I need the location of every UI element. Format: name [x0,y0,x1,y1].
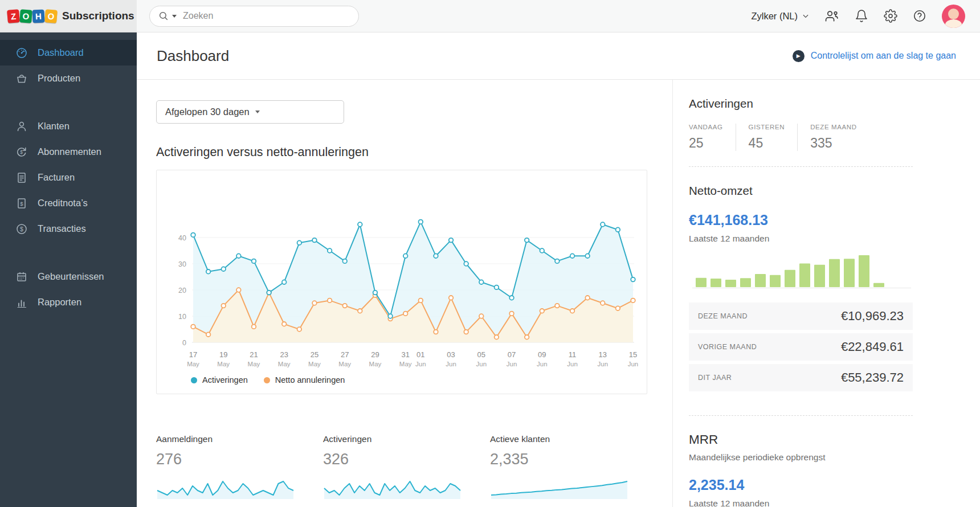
net-revenue-bar-chart[interactable] [689,251,914,289]
svg-text:23: 23 [280,350,288,359]
search-scope-caret-icon[interactable] [172,15,177,18]
transactions-icon: $ [15,223,28,235]
divider [689,415,913,416]
sidebar-group-gap [0,242,137,264]
sidebar-item-rapporten[interactable]: Rapporten [0,289,137,315]
kpi-label: Actieve klanten [490,434,628,444]
customers-icon [15,120,28,133]
search-input[interactable] [182,10,350,22]
kpi-sparkline [490,476,628,500]
legend-dot [191,377,197,383]
mrr-amount: 2,235.14 [689,477,913,493]
topbar: ZOHO Subscriptions Zylker (NL) [0,0,980,32]
sidebar-item-label: Producten [38,73,80,84]
svg-text:May: May [338,361,351,367]
net-revenue-amount: €141,168.13 [689,212,913,228]
net-revenue-title: Netto-omzet [689,184,913,198]
kpi-label: Aanmeldingen [156,434,295,444]
svg-text:Jun: Jun [628,361,639,367]
kpi-sparkline [323,476,462,500]
sidebar-item-dashboard[interactable]: Dashboard [0,40,137,66]
mrr-title: MRR [689,432,913,447]
net-revenue-period: Laatste 12 maanden [689,234,913,244]
revenue-row-label: DIT JAAR [698,374,732,382]
org-name: Zylker (NL) [751,11,798,22]
play-icon: ▶ [793,50,805,62]
sidebar-item-label: Abonnementen [38,146,101,157]
page-title: Dashboard [157,47,229,65]
svg-text:20: 20 [178,287,186,295]
notifications-bell-icon[interactable] [855,9,868,23]
sidebar-item-producten[interactable]: Producten [0,66,137,91]
kpi-label: Activeringen [323,434,462,444]
kpi-aanmeldingen: Aanmeldingen276 [156,434,295,500]
topbar-main: Zylker (NL) [137,0,980,32]
sidebar-item-creditnota-s[interactable]: $Creditnota’s [0,190,137,216]
svg-text:May: May [399,361,412,367]
svg-text:21: 21 [250,350,258,359]
net-revenue-section: Netto-omzet €141,168.13 Laatste 12 maand… [689,184,913,391]
svg-text:25: 25 [311,350,318,359]
stat-label: VANDAAG [689,124,723,130]
kpi-sparkline [156,476,295,500]
svg-text:May: May [369,361,382,367]
svg-text:$: $ [20,149,23,155]
svg-text:15: 15 [629,350,637,359]
main-content: Afgelopen 30 dagen Activeringen versus n… [137,80,672,507]
zoho-logo: ZOHO [7,10,58,23]
revenue-row-label: VORIGE MAAND [698,343,757,351]
sidebar-item-label: Transacties [38,223,86,234]
sidebar-item-transacties[interactable]: $Transacties [0,216,137,242]
org-switcher[interactable]: Zylker (NL) [751,11,810,22]
revenue-row-value: €22,849.61 [841,340,904,354]
settings-gear-icon[interactable] [884,9,897,23]
checklist-link[interactable]: ▶ Controlelijst om aan de slag te gaan [793,50,956,62]
add-user-icon[interactable] [825,9,839,23]
svg-text:Jun: Jun [507,361,517,367]
dashboard-icon [15,47,28,59]
stat-label: GISTEREN [749,124,785,130]
kpi-actieve-klanten: Actieve klanten2,335 [490,434,628,500]
logo-letter: O [44,9,58,23]
revenue-row-value: €10,969.23 [841,309,904,324]
search-box[interactable] [149,6,359,27]
sidebar-item-abonnementen[interactable]: $Abonnementen [0,139,137,165]
revenue-row-label: DEZE MAAND [698,312,748,320]
svg-text:13: 13 [599,350,607,359]
activations-vs-cancellations-chart[interactable]: 01020304017May19May21May23May25May27May2… [157,177,646,371]
svg-text:09: 09 [538,350,546,359]
svg-text:30: 30 [178,260,186,268]
activation-stat-deze-maand: DEZE MAAND335 [810,124,856,151]
sidebar-item-gebeurtenissen[interactable]: Gebeurtenissen [0,264,137,289]
sidebar-item-label: Gebeurtenissen [38,271,104,282]
kpi-row: Aanmeldingen276Activeringen326Actieve kl… [156,434,672,500]
legend-label: Netto annuleringen [275,375,345,385]
legend-label: Activeringen [202,375,248,385]
date-range-select[interactable]: Afgelopen 30 dagen [156,100,344,124]
svg-text:May: May [217,361,230,367]
right-panel: Activeringen VANDAAG25GISTEREN45DEZE MAA… [672,80,980,507]
sidebar-item-klanten[interactable]: Klanten [0,113,137,139]
activations-chart-card: 01020304017May19May21May23May25May27May2… [156,170,647,394]
svg-text:31: 31 [401,350,409,359]
stat-value: 45 [749,136,785,151]
logo-letter: H [32,9,44,23]
checklist-link-label: Controlelijst om aan de slag te gaan [811,51,956,61]
reports-icon [15,296,28,309]
creditnotes-icon: $ [15,197,28,210]
legend-item-activeringen[interactable]: Activeringen [191,375,248,385]
kpi-value: 326 [323,451,462,468]
sidebar-item-facturen[interactable]: Facturen [0,165,137,190]
help-icon[interactable] [913,9,926,23]
date-range-value: Afgelopen 30 dagen [165,107,250,117]
svg-text:May: May [308,361,321,367]
legend-item-netto-annuleringen[interactable]: Netto annuleringen [264,375,345,385]
activation-stat-gisteren: GISTEREN45 [749,124,798,151]
app-switcher[interactable]: ZOHO Subscriptions [0,0,137,32]
svg-text:$: $ [20,226,23,232]
events-icon [15,271,28,283]
user-avatar[interactable] [942,5,965,28]
revenue-row-dit-jaar: DIT JAAR€55,239.72 [689,364,913,391]
legend-dot [264,377,270,383]
revenue-row-deze-maand: DEZE MAAND€10,969.23 [689,302,913,330]
